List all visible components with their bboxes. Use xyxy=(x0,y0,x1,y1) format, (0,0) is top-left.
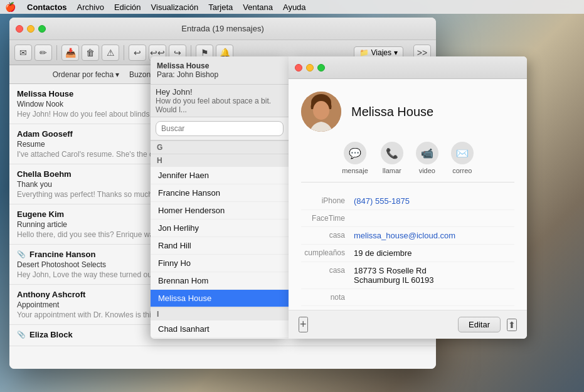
sort-selector[interactable]: Ordenar por fecha ▾ xyxy=(53,70,119,79)
edit-button[interactable]: Editar xyxy=(458,317,501,332)
field-value-note xyxy=(354,293,514,302)
field-label-address: casa xyxy=(301,266,351,285)
compose-preview: Hey John! How do you feel about space a … xyxy=(151,85,289,117)
card-maximize-button[interactable] xyxy=(317,64,325,72)
field-label-email: casa xyxy=(301,231,351,240)
field-email: casa melissa_house@icloud.com xyxy=(301,227,514,245)
compose-body: How do you feel about space a bit. Would… xyxy=(156,97,284,114)
field-label-note: nota xyxy=(301,293,351,302)
mail-sender: 📎 Eliza Block xyxy=(17,330,73,339)
mail-sender: Melissa House xyxy=(17,89,73,98)
section-header-i: I xyxy=(151,307,289,320)
field-address: casa 18773 S Roselle RdSchaumburg IL 601… xyxy=(301,262,514,289)
section-header-h: H xyxy=(151,154,289,167)
mensaje-icon: 💬 xyxy=(344,142,366,164)
compose-button[interactable]: ✏ xyxy=(35,45,52,61)
folder-label: Viajes xyxy=(371,48,391,57)
close-button[interactable] xyxy=(16,25,23,33)
contacts-panel: Melissa House Para: John Bishop Hey John… xyxy=(151,56,289,339)
compose-greeting: Hey John! xyxy=(156,87,284,97)
action-correo[interactable]: ✉️ correo xyxy=(451,142,474,174)
contact-jennifer-haen[interactable]: Jennifer Haen xyxy=(151,167,289,184)
card-minimize-button[interactable] xyxy=(306,64,314,72)
contact-homer-henderson[interactable]: Homer Henderson xyxy=(151,202,289,220)
card-actions: 💬 mensaje 📞 llamar 📹 video ✉️ correo xyxy=(301,142,514,183)
menu-tarjeta[interactable]: Tarjeta xyxy=(203,1,238,13)
contact-name: Melissa House xyxy=(351,105,433,119)
card-header: Melissa House xyxy=(301,92,514,132)
mail-sender: Eugene Kim xyxy=(17,209,64,219)
contact-jon-herlihy[interactable]: Jon Herlihy xyxy=(151,220,289,237)
reply-button[interactable]: ↩ xyxy=(129,45,146,61)
field-label-birthday: cumpleaños xyxy=(301,248,351,258)
menubar: 🍎 Contactos Archivo Edición Visualizació… xyxy=(0,0,584,14)
field-birthday: cumpleaños 19 de diciembre xyxy=(301,245,514,262)
toolbar-divider-1 xyxy=(56,45,57,60)
svg-point-2 xyxy=(313,101,329,120)
action-llamar[interactable]: 📞 llamar xyxy=(381,142,403,174)
action-label-mensaje: mensaje xyxy=(342,167,368,174)
menu-visualizacion[interactable]: Visualización xyxy=(146,1,204,13)
contact-francine-hanson[interactable]: Francine Hanson xyxy=(151,184,289,202)
mail-sender: Adam Gooseff xyxy=(17,129,73,139)
contacts-to-field: Melissa House Para: John Bishop xyxy=(151,56,289,85)
action-mensaje[interactable]: 💬 mensaje xyxy=(342,142,368,174)
field-value-email[interactable]: melissa_house@icloud.com xyxy=(354,231,514,240)
mail-window-title: Entrada (19 mensajes) xyxy=(181,24,264,33)
contacts-list: G H Jennifer Haen Francine Hanson Homer … xyxy=(151,140,289,339)
field-iphone: iPhone (847) 555-1875 xyxy=(301,193,514,210)
contact-finny-ho[interactable]: Finny Ho xyxy=(151,255,289,272)
correo-icon: ✉️ xyxy=(451,142,474,164)
action-label-video: video xyxy=(419,167,435,174)
field-value-birthday: 19 de diciembre xyxy=(354,248,514,258)
video-icon: 📹 xyxy=(416,142,438,164)
contact-brennan-hom[interactable]: Brennan Hom xyxy=(151,272,289,290)
sort-chevron: ▾ xyxy=(115,70,119,79)
card-close-button[interactable] xyxy=(295,64,302,72)
to-value: John Bishop xyxy=(177,70,218,79)
contact-rand-hill[interactable]: Rand Hill xyxy=(151,237,289,255)
mail-sender: 📎 Francine Hanson xyxy=(17,250,95,259)
menu-ventana[interactable]: Ventana xyxy=(238,1,278,13)
share-button[interactable]: ⬆ xyxy=(507,319,517,331)
delete-button[interactable]: 🗑 xyxy=(82,45,99,61)
avatar xyxy=(301,92,341,132)
contacts-search-input[interactable] xyxy=(156,121,284,136)
card-body: Melissa House 💬 mensaje 📞 llamar 📹 video… xyxy=(289,79,527,310)
archive-button[interactable]: 📥 xyxy=(61,45,79,61)
mail-sender: Anthony Ashcroft xyxy=(17,290,85,299)
folder-chevron: ▾ xyxy=(394,48,398,57)
field-value-iphone[interactable]: (847) 555-1875 xyxy=(354,196,514,206)
toolbar-divider-2 xyxy=(124,45,124,60)
maximize-button[interactable] xyxy=(38,25,46,33)
sort-label: Ordenar por fecha xyxy=(53,70,114,79)
junk-button[interactable]: ⚠ xyxy=(102,45,119,61)
mail-titlebar: Entrada (19 mensajes) xyxy=(9,18,436,40)
melissa-house-name: Melissa House xyxy=(157,61,209,70)
add-field-button[interactable]: + xyxy=(299,317,308,332)
contact-chad-isanhart[interactable]: Chad Isanhart xyxy=(151,320,289,338)
contact-ethan-izzarelli[interactable]: Ethan Izzarelli xyxy=(151,338,289,339)
field-label-facetime: FaceTime xyxy=(301,214,351,223)
menu-archivo[interactable]: Archivo xyxy=(72,1,109,13)
minimize-button[interactable] xyxy=(27,25,35,33)
mail-sender: Chella Boehm xyxy=(17,169,72,179)
field-note: nota xyxy=(301,289,514,306)
apple-menu[interactable]: 🍎 xyxy=(5,2,16,12)
to-label: Para: xyxy=(157,70,175,79)
contact-melissa-house[interactable]: Melissa House xyxy=(151,290,289,307)
attachment-icon: 📎 xyxy=(17,250,26,258)
menu-contactos[interactable]: Contactos xyxy=(22,1,72,13)
menu-ayuda[interactable]: Ayuda xyxy=(278,1,311,13)
get-mail-button[interactable]: ✉ xyxy=(14,45,32,61)
field-label-iphone: iPhone xyxy=(301,196,351,206)
card-titlebar xyxy=(289,56,527,79)
menu-edicion[interactable]: Edición xyxy=(109,1,146,13)
action-video[interactable]: 📹 video xyxy=(416,142,438,174)
window-buttons xyxy=(16,25,46,33)
action-label-correo: correo xyxy=(452,167,472,174)
contacts-search xyxy=(151,117,289,140)
field-value-address: 18773 S Roselle RdSchaumburg IL 60193 xyxy=(354,266,514,285)
section-header-g: G xyxy=(151,140,289,154)
attachment-icon: 📎 xyxy=(17,331,26,339)
